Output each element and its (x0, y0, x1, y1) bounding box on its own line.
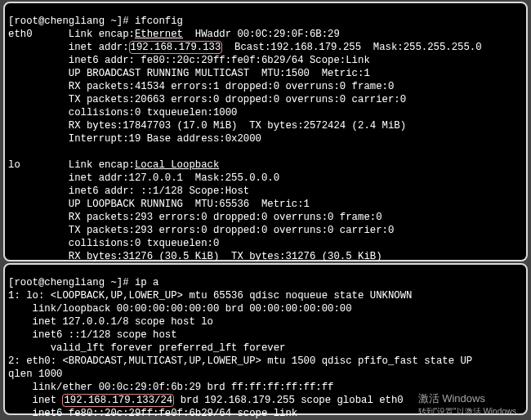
terminal-output-ip-a: [root@chengliang ~]# ip a 1: lo: <LOOPBA… (5, 275, 526, 420)
prompt: [root@chengliang ~]# (8, 16, 135, 27)
ipa-eth0-inet-b: brd 192.168.179.255 scope global eth0 (174, 395, 403, 406)
lo-collisions: collisions:0 txqueuelen:0 (8, 238, 219, 249)
eth0-collisions: collisions:0 txqueuelen:1000 (8, 107, 237, 118)
eth0-rx-packets: RX packets:41534 errors:1 dropped:0 over… (8, 81, 394, 92)
lo-bytes: RX bytes:31276 (30.5 KiB) TX bytes:31276… (8, 251, 382, 262)
eth0-encap-ethernet: Ethernet (135, 29, 183, 40)
ipa-eth0-ip-highlight: 192.168.179.133/24 (62, 394, 174, 407)
ipa-lo-inet6: inet6 ::1/128 scope host (8, 329, 177, 341)
command-ifconfig: ifconfig (135, 16, 183, 27)
terminal-output-ifconfig: [root@chengliang ~]# ifconfig eth0 Link … (5, 13, 526, 265)
eth0-ip-highlight: 192.168.179.133 (129, 41, 223, 54)
eth0-flags: UP BROADCAST RUNNING MULTICAST MTU:1500 … (8, 68, 370, 79)
ipa-eth0-inet-a: inet (8, 395, 62, 406)
ipa-lo-header: 1: lo: <LOOPBACK,UP,LOWER_UP> mtu 65536 … (8, 290, 412, 302)
lo-inet: inet addr:127.0.0.1 Mask:255.0.0.0 (8, 172, 279, 184)
eth0-bcast-mask: Bcast:192.168.179.255 Mask:255.255.255.0 (222, 42, 481, 53)
terminal-pane-ifconfig: [root@chengliang ~]# ifconfig eth0 Link … (3, 2, 528, 261)
ipa-eth0-inet6: inet6 fe80::20c:29ff:fe0f:6b29/64 scope … (8, 408, 297, 419)
ipa-eth0-link: link/ether 00:0c:29:0f:6b:29 brd ff:ff:f… (8, 382, 333, 393)
lo-inet6: inet6 addr: ::1/128 Scope:Host (8, 185, 249, 197)
lo-encap-loopback: Local Loopback (135, 159, 219, 171)
eth0-inet-label: inet addr: (8, 42, 129, 53)
lo-tx-packets: TX packets:293 errors:0 dropped:0 overru… (8, 225, 394, 236)
ipa-lo-inet: inet 127.0.0.1/8 scope host lo (8, 316, 213, 328)
command-ip-a: ip a (135, 277, 159, 288)
ipa-lo-lft: valid_lft forever preferred_lft forever (8, 342, 285, 354)
ipa-eth0-qlen: qlen 1000 (8, 369, 62, 380)
lo-flags: UP LOOPBACK RUNNING MTU:65536 Metric:1 (8, 199, 310, 210)
eth0-tx-packets: TX packets:20663 errors:0 dropped:0 over… (8, 94, 406, 105)
prompt: [root@chengliang ~]# (8, 277, 135, 288)
eth0-hwaddr: HWaddr 00:0C:29:0F:6B:29 (183, 29, 340, 40)
ipa-eth0-header: 2: eth0: <BROADCAST,MULTICAST,UP,LOWER_U… (8, 355, 479, 367)
eth0-link-encap-a: eth0 Link encap: (8, 29, 135, 40)
lo-rx-packets: RX packets:293 errors:0 dropped:0 overru… (8, 212, 382, 223)
eth0-bytes: RX bytes:17847703 (17.0 MiB) TX bytes:25… (8, 120, 406, 132)
eth0-inet6: inet6 addr: fe80::20c:29ff:fe0f:6b29/64 … (8, 55, 370, 66)
eth0-interrupt: Interrupt:19 Base address:0x2000 (8, 133, 261, 145)
lo-link-encap-a: lo Link encap: (8, 159, 135, 171)
terminal-pane-ip-a: [root@chengliang ~]# ip a 1: lo: <LOOPBA… (3, 263, 528, 415)
ipa-lo-link: link/loopback 00:00:00:00:00:00 brd 00:0… (8, 303, 352, 315)
